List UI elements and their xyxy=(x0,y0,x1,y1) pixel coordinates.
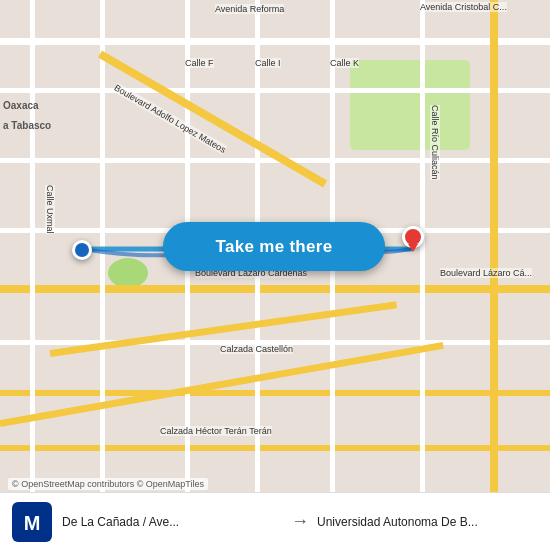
road-calle-rio-culiacan xyxy=(420,0,425,550)
end-marker-pin xyxy=(408,244,418,252)
label-calzada-castellon: Calzada Castellón xyxy=(220,344,293,354)
park-area-center xyxy=(108,258,148,288)
road-calzada-hector xyxy=(0,445,550,451)
direction-arrow: → xyxy=(291,511,309,532)
label-oaxaca: Oaxaca xyxy=(3,100,39,111)
road-v2 xyxy=(100,0,105,550)
road-boulevard-lazaro xyxy=(0,285,550,293)
moovit-logo: M xyxy=(12,502,52,542)
label-calle-i: Calle I xyxy=(255,58,281,68)
destination-text: Universidad Autonoma De B... xyxy=(317,515,538,529)
label-avenida-cristobal: Avenida Cristobal C... xyxy=(420,2,507,12)
park-area-northeast xyxy=(350,60,470,150)
take-me-there-label: Take me there xyxy=(216,237,333,257)
road-boulevard-adolfo xyxy=(98,51,327,188)
label-calle-rio: Calle Río Culiacán xyxy=(430,105,440,180)
bottom-bar: M De La Cañada / Ave... → Universidad Au… xyxy=(0,492,550,550)
map-background: Avenida Reforma Boulevard Adolfo Lopez M… xyxy=(0,0,550,550)
end-marker xyxy=(402,226,424,254)
road-h1 xyxy=(0,38,550,45)
map-container: Avenida Reforma Boulevard Adolfo Lopez M… xyxy=(0,0,550,550)
label-tabasco: a Tabasco xyxy=(3,120,51,131)
label-boulevard-lazaro2: Boulevard Lázaro Cá... xyxy=(440,268,532,278)
osm-attribution: © OpenStreetMap contributors © OpenMapTi… xyxy=(8,478,208,490)
take-me-there-button[interactable]: Take me there xyxy=(163,222,385,271)
label-calzada-hector: Calzada Héctor Terán Terán xyxy=(160,426,272,436)
end-marker-circle xyxy=(402,226,424,248)
destination-container: Universidad Autonoma De B... xyxy=(317,515,538,529)
road-h2 xyxy=(0,88,550,93)
road-calle-f xyxy=(185,0,190,550)
road-calzada-castellon xyxy=(0,390,550,396)
road-v1 xyxy=(30,0,35,550)
label-avenida-reforma: Avenida Reforma xyxy=(215,4,284,14)
label-calle-k: Calle K xyxy=(330,58,359,68)
label-calle-uxmal: Calle Uxmal xyxy=(45,185,55,234)
label-calle-f: Calle F xyxy=(185,58,214,68)
origin-container: De La Cañada / Ave... xyxy=(62,515,283,529)
origin-text: De La Cañada / Ave... xyxy=(62,515,283,529)
svg-text:M: M xyxy=(24,512,41,534)
start-marker xyxy=(72,240,92,260)
road-calle-k xyxy=(330,0,335,550)
